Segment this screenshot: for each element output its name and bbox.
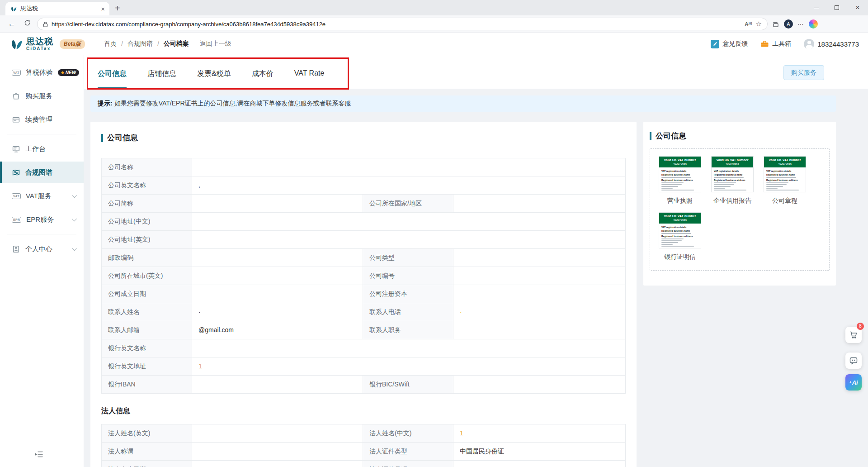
tip-label: 提示: <box>98 100 113 108</box>
ai-assistant-button[interactable]: +Ai <box>845 374 862 391</box>
collections-icon[interactable] <box>772 20 779 28</box>
browser-tab[interactable]: 思达税 × <box>5 2 109 15</box>
copilot-icon[interactable] <box>809 19 818 29</box>
monitor-icon <box>12 145 20 153</box>
browser-menu-icon[interactable]: ⋯ <box>797 20 804 28</box>
toolbox-button[interactable]: 工具箱 <box>760 40 791 48</box>
breadcrumb-item[interactable]: 首页 <box>104 40 117 48</box>
tab-2[interactable]: 发票&税单 <box>197 69 231 89</box>
field-label: 法人出生日期 <box>102 461 192 467</box>
sidebar-item-label: 算税体验 <box>26 68 53 77</box>
graph-icon <box>12 168 20 177</box>
sidebar-item-4[interactable]: 合规图谱 <box>0 162 84 183</box>
field-label: 联系人邮箱 <box>102 321 192 339</box>
field-value: 13214243 <box>453 461 626 467</box>
tab-3[interactable]: 成本价 <box>252 69 274 89</box>
field-label: 银行IBAN <box>102 376 192 394</box>
vat-box-icon: VAT <box>12 193 21 199</box>
field-value <box>192 285 363 303</box>
breadcrumb-separator: / <box>157 40 159 48</box>
chat-icon <box>849 356 858 365</box>
sidebar-item-5[interactable]: VATVAT服务 <box>0 185 84 207</box>
card-icon <box>12 115 20 124</box>
app-logo[interactable]: 思达税 CiDATax Beta版 <box>9 37 85 51</box>
chat-support-button[interactable] <box>845 353 862 369</box>
new-tab-button[interactable]: + <box>115 3 120 14</box>
field-label: 联系人电话 <box>363 303 453 321</box>
certificate-thumbnail-1[interactable]: Valid UK VAT number402070666VAT registra… <box>710 156 755 205</box>
certificate-caption: 企业信用报告 <box>713 197 751 205</box>
field-label: 法人证件类型 <box>363 443 453 461</box>
legal-info-title: 法人信息 <box>101 406 626 416</box>
vat-certificate-image: Valid UK VAT number402070666VAT registra… <box>764 156 806 192</box>
back-to-parent-link[interactable]: 返回上一级 <box>200 40 231 48</box>
tab-1[interactable]: 店铺信息 <box>147 69 176 89</box>
sidebar-item-label: 续费管理 <box>25 115 52 124</box>
field-label: 联系人姓名 <box>102 303 192 321</box>
back-button[interactable]: ← <box>6 19 17 29</box>
vat-certificate-image: Valid UK VAT number402070666VAT registra… <box>659 212 701 248</box>
field-value <box>192 424 363 443</box>
field-label: 公司编号 <box>363 267 453 285</box>
address-bar[interactable]: https://client-dev.cidatax.com/complianc… <box>37 18 768 30</box>
sidebar-divider <box>7 134 76 134</box>
company-info-table: 公司名称公司英文名称,公司简称公司所在国家/地区公司地址(中文)公司地址(英文)… <box>101 158 626 394</box>
browser-profile-avatar[interactable]: A <box>784 19 793 29</box>
sidebar-collapse-button[interactable] <box>34 451 43 460</box>
sidebar-item-6[interactable]: EPREPR服务 <box>0 209 84 230</box>
cart-button[interactable]: 8 <box>845 327 862 343</box>
field-label: 银行英文名称 <box>102 339 192 357</box>
cart-badge: 8 <box>857 323 864 330</box>
field-value <box>192 158 626 176</box>
beta-badge: Beta版 <box>60 39 85 49</box>
sidebar-item-2[interactable]: 续费管理 <box>0 109 84 130</box>
breadcrumb-item: 公司档案 <box>164 40 189 48</box>
sidebar-item-7[interactable]: 个人中心 <box>0 238 84 260</box>
sidebar-item-1[interactable]: 购买服务 <box>0 85 84 107</box>
certificate-thumbnail-3[interactable]: Valid UK VAT number402070666VAT registra… <box>657 212 703 261</box>
ai-label: Ai <box>852 379 858 386</box>
field-label: 公司类型 <box>363 249 453 267</box>
field-value <box>192 213 626 231</box>
certificate-caption: 公司章程 <box>772 197 797 205</box>
sidebar-item-0[interactable]: VAT算税体验◆NEW <box>0 62 84 83</box>
field-label: 联系人职务 <box>363 321 453 339</box>
feedback-button[interactable]: 意见反馈 <box>711 40 748 48</box>
window-maximize-button[interactable] <box>826 0 847 15</box>
company-info-title: 公司信息 <box>107 133 138 143</box>
window-close-button[interactable]: × <box>847 0 868 15</box>
window-minimize-button[interactable] <box>806 0 826 15</box>
tab-close-icon[interactable]: × <box>101 5 105 13</box>
refresh-icon <box>24 19 31 26</box>
certificate-thumbnail-0[interactable]: Valid UK VAT number402070666VAT registra… <box>657 156 703 205</box>
field-value: 2025-10-01 <box>192 461 363 467</box>
certificate-thumbnail-2[interactable]: Valid UK VAT number402070666VAT registra… <box>762 156 807 205</box>
url-text: https://client-dev.cidatax.com/complianc… <box>52 21 741 28</box>
field-label: 公司地址(英文) <box>102 231 192 249</box>
read-aloud-icon[interactable]: A))) <box>745 21 752 28</box>
buy-service-button[interactable]: 购买服务 <box>783 65 824 80</box>
favorite-star-icon[interactable]: ☆ <box>756 20 762 28</box>
sidebar-item-label: VAT服务 <box>26 192 52 200</box>
epr-box-icon: EPR <box>12 217 21 223</box>
user-account[interactable]: 18324433773 <box>804 39 859 49</box>
vat-box-icon: VAT <box>12 70 21 76</box>
field-value: @gmail.com <box>192 321 363 339</box>
chevron-down-icon <box>72 246 77 251</box>
tab-4[interactable]: VAT Rate <box>294 69 325 89</box>
field-label: 法人证件号码 <box>363 461 453 467</box>
field-value <box>192 267 363 285</box>
app-header: 思达税 CiDATax Beta版 首页/合规图谱/公司档案 返回上一级 意见反… <box>0 33 868 55</box>
refresh-button[interactable] <box>22 19 33 29</box>
bag-icon <box>12 92 20 100</box>
chevron-down-icon <box>72 216 77 221</box>
field-value: · <box>453 303 626 321</box>
vat-certificate-image: Valid UK VAT number402070666VAT registra… <box>659 156 701 192</box>
breadcrumb-item[interactable]: 合规图谱 <box>127 40 153 48</box>
documents-title: 公司信息 <box>656 131 686 141</box>
field-value <box>192 376 363 394</box>
browser-tabstrip: 思达税 × + × <box>0 0 868 15</box>
tab-0[interactable]: 公司信息 <box>98 69 127 89</box>
field-value: 1 <box>192 357 626 376</box>
sidebar-item-3[interactable]: 工作台 <box>0 138 84 160</box>
